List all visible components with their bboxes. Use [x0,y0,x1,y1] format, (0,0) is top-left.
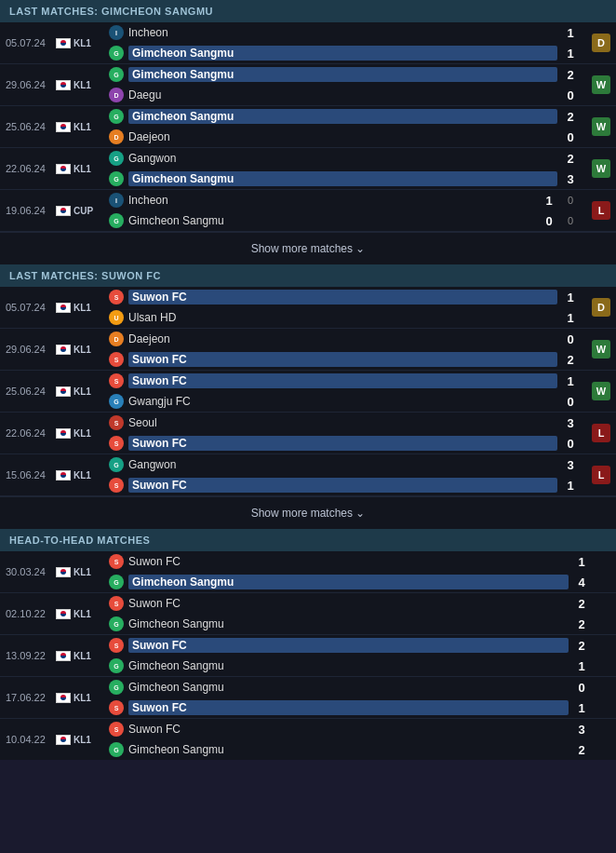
team-row-2: D Daegu 0 [107,85,581,105]
match-result: D [581,22,616,63]
match-meta: 02.10.22 KL1 [0,593,107,634]
team-row-1: S Suwon FC 2 [107,635,592,656]
match-league: KL1 [56,164,107,174]
league-name: KL1 [74,122,91,132]
match-meta: 19.06.24 CUP [0,190,107,231]
match-meta: 29.06.24 KL1 [0,329,107,370]
team-name-1: Suwon FC [128,638,569,653]
match-league: KL1 [56,303,107,313]
team-row-1: G Gangwon 3 [107,454,581,475]
team-row-2: D Daejeon 0 [107,127,581,147]
match-date: 29.06.24 [0,75,56,94]
match-league: KL1 [56,428,107,439]
match-date: 22.06.24 [0,159,56,178]
team-name-1: Gimcheon Sangmu [128,67,557,82]
match-row-4: 19.06.24 CUP I Incheon 1 0 G Gimcheon Sa… [0,190,616,232]
team-name-1: Incheon [128,26,557,39]
match-meta: 10.04.22 KL1 [0,719,107,760]
match-league: KL1 [56,567,107,577]
team-name-2: Gimcheon Sangmu [128,171,557,186]
team-name-2: Gimcheon Sangmu [128,743,569,756]
team-logo-2: G [109,575,124,589]
team-name-1: Gimcheon Sangmu [128,681,569,694]
score-2: 0 [562,88,579,102]
match-meta: 15.06.24 KL1 [0,454,107,495]
show-more-button[interactable]: Show more matches ⌄ [0,232,616,264]
team-logo-1: S [109,415,124,430]
team-name-2: Suwon FC [128,700,569,715]
result-badge: D [592,34,610,52]
kr-flag-icon [56,386,71,397]
match-result: L [581,190,616,231]
match-teams: I Incheon 1 0 G Gimcheon Sangmu 0 0 [107,190,581,231]
team-name-2: Gimcheon Sangmu [128,46,557,61]
kr-flag-icon [56,206,71,216]
match-teams: G Gangwon 2 G Gimcheon Sangmu 3 [107,148,581,189]
kr-flag-icon [56,651,71,661]
match-meta: 22.06.24 KL1 [0,148,107,189]
team-row-1: S Seoul 3 [107,413,581,433]
kr-flag-icon [56,470,71,481]
match-teams: S Suwon FC 1 G Gwangju FC 0 [107,371,581,412]
match-row-4: 10.04.22 KL1 S Suwon FC 3 G Gimcheon San… [0,719,616,760]
result-badge: W [592,159,610,178]
team-logo-1: I [109,25,124,40]
team-logo-2: D [109,88,124,102]
score-1: 2 [562,152,579,166]
match-meta: 05.07.24 KL1 [0,287,107,328]
league-name: CUP [74,206,93,216]
team-row-2: G Gwangju FC 0 [107,391,581,412]
kr-flag-icon [56,428,71,439]
match-teams: S Suwon FC 2 G Gimcheon Sangmu 2 [107,593,592,634]
match-group: 05.07.24 KL1 S Suwon FC 1 U Ulsan HD 1 [0,287,616,529]
show-more-button[interactable]: Show more matches ⌄ [0,496,616,529]
match-result: L [581,413,616,454]
match-row-1: 02.10.22 KL1 S Suwon FC 2 G Gimcheon San… [0,593,616,635]
kr-flag-icon [56,122,71,132]
team-row-1: G Gimcheon Sangmu 2 [107,64,581,85]
match-teams: G Gimcheon Sangmu 2 D Daegu 0 [107,64,581,105]
match-result: W [581,148,616,189]
team-logo-2: G [109,394,124,409]
match-result: W [581,106,616,147]
kr-flag-icon [56,609,71,619]
team-row-1: S Suwon FC 2 [107,593,592,614]
league-name: KL1 [74,470,91,481]
team-row-1: I Incheon 1 [107,22,581,43]
score-2: 0 [562,130,579,144]
match-row-4: 15.06.24 KL1 G Gangwon 3 S Suwon FC 1 [0,454,616,496]
team-row-2: G Gimcheon Sangmu 0 0 [107,210,581,231]
score-1: 1 [562,374,579,388]
score-1: 1 [573,555,590,569]
kr-flag-icon [56,80,71,90]
team-row-2: S Suwon FC 1 [107,697,592,718]
league-name: KL1 [74,80,91,90]
score-2: 1 [573,659,590,673]
team-name-1: Daejeon [128,332,557,345]
team-row-1: D Daejeon 0 [107,329,581,349]
team-row-2: S Suwon FC 2 [107,349,581,370]
team-logo-2: S [109,436,124,451]
score-2: 0 [562,395,579,409]
match-row-0: 05.07.24 KL1 I Incheon 1 G Gimcheon Sang… [0,22,616,64]
match-date: 29.06.24 [0,340,56,359]
match-date: 02.10.22 [0,604,56,623]
match-row-0: 05.07.24 KL1 S Suwon FC 1 U Ulsan HD 1 [0,287,616,329]
score-1: 2 [573,639,590,653]
match-date: 25.06.24 [0,117,56,136]
team-logo-2: S [109,700,124,715]
team-logo-2: D [109,129,124,144]
match-date: 25.06.24 [0,382,56,400]
match-meta: 29.06.24 KL1 [0,64,107,105]
result-spacer [592,593,616,634]
match-row-3: 17.06.22 KL1 G Gimcheon Sangmu 0 S Suwon… [0,677,616,719]
team-row-1: S Suwon FC 1 [107,287,581,307]
match-date: 05.07.24 [0,298,56,317]
team-name-1: Suwon FC [128,373,557,388]
league-name: KL1 [74,567,91,577]
team-name-1: Suwon FC [128,555,569,568]
score-1: 2 [562,110,579,124]
team-row-2: U Ulsan HD 1 [107,307,581,328]
match-row-0: 30.03.24 KL1 S Suwon FC 1 G Gimcheon San… [0,551,616,593]
kr-flag-icon [56,38,71,48]
